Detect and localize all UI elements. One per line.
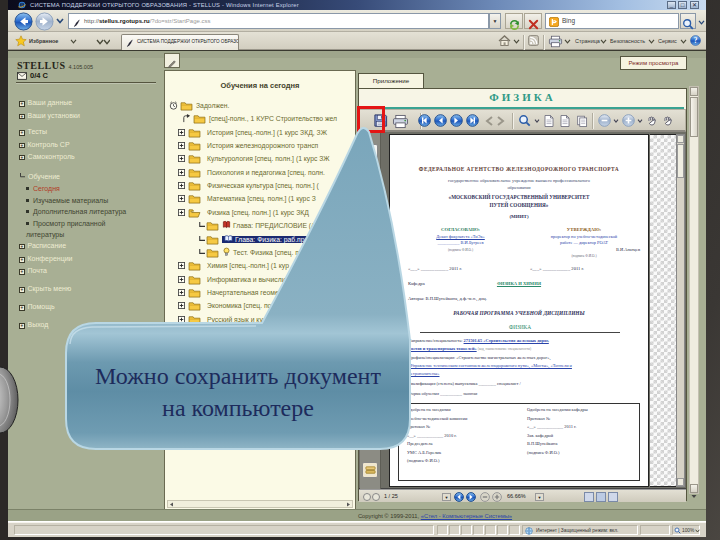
nav-prev-button[interactable] [434, 114, 447, 127]
zoom-select-button[interactable] [518, 114, 531, 127]
home-icon[interactable] [498, 35, 511, 46]
layout-single-button[interactable] [584, 492, 594, 502]
viewer-tab[interactable]: Приложение [358, 73, 424, 88]
frame-scroll-down[interactable] [690, 484, 698, 493]
pan-hand-button[interactable] [646, 115, 658, 127]
viewer-scroll-thumb[interactable] [677, 144, 684, 178]
facing-pages-button[interactable] [576, 115, 588, 127]
stack-icon [364, 465, 377, 476]
safety-menu-button[interactable]: Безопасность [610, 32, 645, 50]
zoom-in-chevron[interactable] [637, 119, 643, 123]
zoom-out-chevron[interactable] [613, 119, 619, 123]
fit-page-button[interactable] [544, 115, 554, 127]
view-mode-button[interactable]: Режим просмотра [620, 56, 687, 70]
back-button[interactable] [14, 12, 33, 31]
page-indicator: 1 / 25 [384, 493, 398, 499]
ie-logo-icon [18, 1, 26, 9]
nav-next-button[interactable] [450, 114, 463, 127]
add-favorite-chevron[interactable] [70, 39, 77, 44]
search-options-chevron[interactable] [698, 20, 705, 25]
viewer-scroll-down[interactable] [677, 478, 684, 486]
zoom-dropdown[interactable]: ▼ [535, 493, 544, 501]
zoom-select-chevron[interactable] [534, 119, 540, 123]
panel-action-button[interactable] [164, 53, 180, 68]
bullet-icon [26, 199, 29, 202]
print-icon[interactable] [548, 35, 563, 48]
bullet-icon [26, 222, 29, 225]
doc-org-line2: образования [390, 185, 648, 191]
fit-width-button[interactable] [560, 115, 570, 127]
url-protocol: http:// [84, 18, 99, 24]
search-box[interactable]: Bing [545, 13, 679, 29]
security-zone-text: Интернет | Защищенный режим: вкл. [536, 528, 618, 533]
globe-icon [525, 527, 533, 535]
zoom-out-button[interactable] [598, 114, 611, 127]
forward-button[interactable] [35, 12, 54, 31]
history-back-forward-icons[interactable] [484, 116, 506, 126]
address-bar[interactable]: http://stellus.rgotups.ru/?do=str/StartP… [68, 13, 489, 29]
layout-continuous-button[interactable] [608, 492, 618, 502]
nav-next-button[interactable] [466, 492, 476, 502]
favorites-star-icon[interactable] [15, 35, 27, 47]
tools-menu-chevron[interactable] [680, 39, 687, 44]
zoom-in-button[interactable] [622, 114, 635, 127]
tools-menu-button[interactable]: Сервис [658, 32, 677, 50]
minimize-button[interactable]: _ [667, 1, 676, 9]
doc-univ-abbr: (МИИТ) [390, 214, 648, 220]
copyright-link[interactable]: «Стел - Компьютерные Системы» [421, 513, 512, 519]
stop-button[interactable] [524, 13, 542, 29]
scroll-right-arrow[interactable] [346, 502, 351, 507]
zoom-pane[interactable]: 100% [672, 525, 700, 535]
stack-button[interactable] [362, 462, 378, 478]
menu-box-icon: + [19, 101, 25, 107]
zoom-in-mini-button[interactable] [492, 492, 502, 502]
zoom-out-mini-button[interactable] [480, 492, 490, 502]
address-dropdown-button[interactable]: ▼ [489, 13, 501, 29]
close-button[interactable]: ✕ [690, 1, 699, 9]
sidebar-item[interactable]: Обучение [19, 173, 60, 180]
maximize-button[interactable]: □ [678, 1, 687, 9]
help-icon[interactable] [690, 35, 701, 46]
sidebar-item[interactable]: +Помощь [19, 303, 55, 311]
layout-facing-button[interactable] [596, 492, 606, 502]
search-button[interactable] [680, 13, 696, 29]
doc-spec-line2: мостов и транспортных тоннелей» (код, на… [408, 346, 638, 352]
page-menu-button[interactable]: Страница [575, 32, 600, 50]
page-menu-chevron[interactable] [600, 39, 607, 44]
sidebar-item[interactable]: +Почта [19, 267, 47, 275]
sidebar-item[interactable]: Сегодня [26, 185, 60, 192]
favorites-button[interactable]: Избранное [29, 32, 58, 50]
viewer-scroll-up[interactable] [677, 135, 684, 143]
stellus-version: 4.105.005 [69, 64, 93, 70]
rss-icon[interactable] [528, 35, 539, 46]
select-hand-button[interactable] [662, 115, 674, 127]
home-chevron[interactable] [513, 39, 520, 44]
nav-last-button[interactable] [466, 114, 479, 127]
page-dropdown[interactable]: ▼ [442, 493, 451, 501]
callout-text: Можно сохранить документ на компьютере [66, 360, 410, 424]
sidebar-item[interactable]: +Выход [19, 321, 48, 329]
first-page-mini-button[interactable] [363, 493, 371, 501]
security-zone-pane: Интернет | Защищенный режим: вкл. [522, 525, 638, 535]
sidebar-item[interactable]: +Тесты [19, 128, 47, 136]
copyright-text: Copyright © 1999-2011, [358, 513, 421, 519]
frame-vertical-scrollbar[interactable] [689, 86, 699, 494]
refresh-button[interactable] [505, 13, 523, 29]
mail-counter[interactable]: 0/4 С [17, 71, 48, 80]
scroll-left-arrow[interactable] [169, 502, 174, 507]
magnifier-icon [682, 18, 694, 30]
prev-page-mini-button[interactable] [372, 493, 380, 501]
sidebar-item[interactable]: +Ваши данные [19, 99, 72, 107]
print-chevron[interactable] [564, 39, 571, 44]
frame-scroll-thumb[interactable] [690, 97, 698, 137]
recent-pages-chevron[interactable] [56, 18, 64, 24]
frame-scroll-up[interactable] [690, 87, 698, 96]
nav-prev-button[interactable] [454, 492, 464, 502]
safety-menu-chevron[interactable] [648, 39, 655, 44]
tree-horizontal-scrollbar[interactable] [167, 500, 353, 508]
doc-profile-line3: метрополитены» [408, 371, 638, 377]
url-host: stellus.rgotups.ru [99, 18, 150, 24]
viewer-vertical-scrollbar[interactable] [676, 134, 685, 487]
browser-tab[interactable]: СИСТЕМА ПОДДЕРЖКИ ОТКРЫТОГО ОБРАЗОВАН... [121, 34, 239, 50]
favorites-bar-chevron[interactable] [96, 39, 110, 45]
